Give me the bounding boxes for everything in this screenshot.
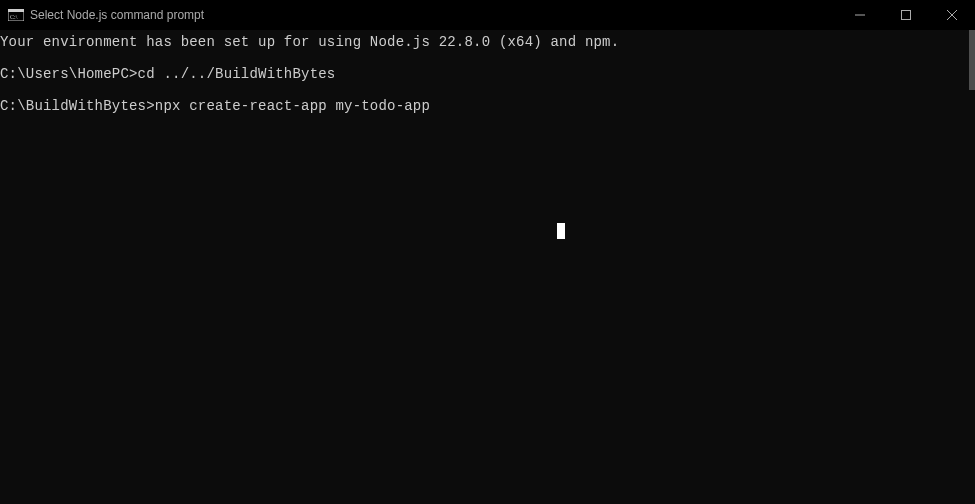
close-button[interactable] — [929, 0, 975, 30]
window-title: Select Node.js command prompt — [30, 8, 837, 22]
terminal-line: Your environment has been set up for usi… — [0, 34, 975, 50]
scrollbar[interactable] — [969, 30, 975, 90]
titlebar: C:\ Select Node.js command prompt — [0, 0, 975, 30]
minimize-button[interactable] — [837, 0, 883, 30]
terminal-line: C:\BuildWithBytes>npx create-react-app m… — [0, 98, 975, 114]
cursor — [557, 223, 565, 239]
terminal-body[interactable]: Your environment has been set up for usi… — [0, 30, 975, 504]
app-icon: C:\ — [8, 8, 24, 22]
svg-rect-4 — [902, 11, 911, 20]
terminal-line — [0, 82, 975, 98]
maximize-button[interactable] — [883, 0, 929, 30]
terminal-line: C:\Users\HomePC>cd ../../BuildWithBytes — [0, 66, 975, 82]
svg-rect-1 — [8, 9, 24, 12]
terminal-line — [0, 50, 975, 66]
window-controls — [837, 0, 975, 30]
svg-text:C:\: C:\ — [10, 14, 18, 20]
